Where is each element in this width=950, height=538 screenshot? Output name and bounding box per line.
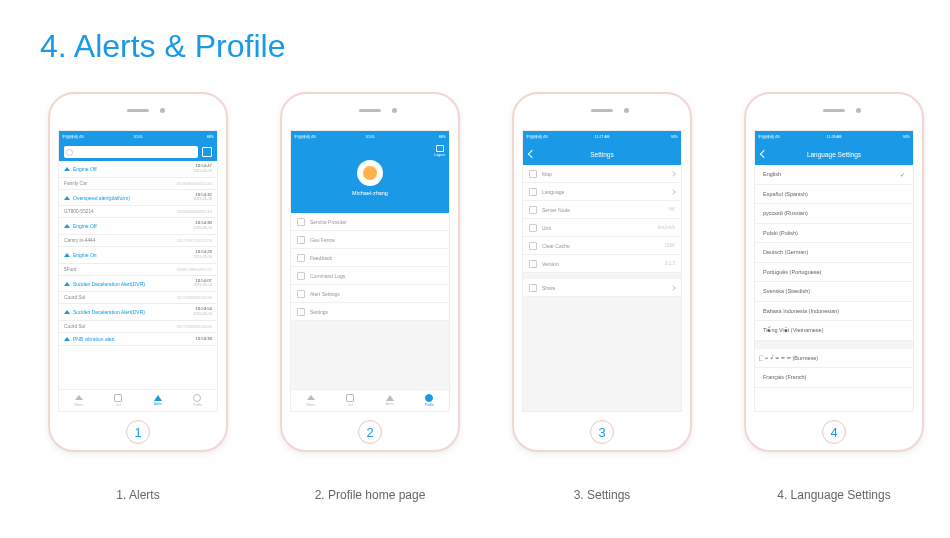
- settings-row[interactable]: Language: [523, 183, 681, 201]
- phone-alerts: 中国移动 4G 10:55 88% Engine Off10:54:472019…: [48, 92, 228, 452]
- row-label: Map: [542, 171, 552, 177]
- home-button[interactable]: 1: [126, 420, 150, 444]
- language-header: Language Settings: [755, 143, 913, 165]
- profile-row[interactable]: Alert Settings: [291, 285, 449, 303]
- row-label: Settings: [310, 309, 328, 315]
- device-name: Camry in-4444: [64, 238, 95, 243]
- home-button[interactable]: 4: [822, 420, 846, 444]
- tab-bar: Home List Alerts Profile: [59, 389, 217, 411]
- logout-button[interactable]: Logout: [434, 145, 445, 157]
- avatar[interactable]: [357, 160, 383, 186]
- tab-profile[interactable]: Profile: [410, 390, 450, 411]
- language-row[interactable]: မြန်မာဘာသာ (Burmese): [755, 349, 913, 369]
- tab-label: Home: [306, 403, 315, 407]
- tab-list[interactable]: List: [99, 390, 139, 411]
- settings-row[interactable]: Share: [523, 279, 681, 297]
- language-label: Tiếng Việt (Vietnamese): [763, 327, 823, 333]
- settings-header: Settings: [523, 143, 681, 165]
- captions: 1. Alerts 2. Profile home page 3. Settin…: [48, 488, 928, 502]
- warning-icon: [64, 224, 70, 228]
- phone-camera: [624, 108, 629, 113]
- language-row[interactable]: English✓: [755, 165, 913, 185]
- alert-icon: [386, 395, 394, 401]
- language-label: Bahasa Indonesia (Indonesian): [763, 308, 839, 314]
- home-button[interactable]: 2: [358, 420, 382, 444]
- profile-row[interactable]: Command Logs: [291, 267, 449, 285]
- language-row[interactable]: Español (Spanish): [755, 185, 913, 205]
- battery: 88%: [207, 135, 214, 139]
- tab-label: Profile: [193, 403, 202, 407]
- profile-row[interactable]: Service Provider: [291, 213, 449, 231]
- calendar-icon[interactable]: [202, 147, 212, 157]
- alert-row[interactable]: Sudden Deceleration Alert(DVR)10:54:0720…: [59, 276, 217, 293]
- phone-number: 3: [598, 425, 605, 440]
- status-time: 10:55: [366, 135, 375, 139]
- language-label: Deutsch (German): [763, 249, 808, 255]
- tab-alerts[interactable]: Alerts: [370, 390, 410, 411]
- carrier: 中国移动 4G: [758, 135, 780, 139]
- profile-row[interactable]: Geo Fence: [291, 231, 449, 249]
- tab-label: Profile: [425, 403, 434, 407]
- settings-row[interactable]: Unitkm,km/h: [523, 219, 681, 237]
- tab-profile[interactable]: Profile: [178, 390, 218, 411]
- phone-speaker: [359, 109, 381, 112]
- phone-profile: 中国移动 4G 10:55 88% Logout Michael-zhang S…: [280, 92, 460, 452]
- alert-row[interactable]: Engine Off10:54:302019-05-10: [59, 218, 217, 235]
- settings-row[interactable]: Version3.2.3: [523, 255, 681, 273]
- back-icon[interactable]: [528, 150, 536, 158]
- device-id: 3510080080005214: [176, 209, 212, 214]
- language-row[interactable]: Bahasa Indonesia (Indonesian): [755, 302, 913, 322]
- device-name: Family Car: [64, 181, 87, 186]
- search-input[interactable]: [64, 146, 198, 158]
- alert-row[interactable]: PNB vibration alert10:53:33: [59, 333, 217, 346]
- language-list: English✓Español (Spanish)русский (Russia…: [755, 165, 913, 411]
- alert-row[interactable]: Engine On10:54:292019-05-10: [59, 247, 217, 264]
- profile-row[interactable]: Feedback: [291, 249, 449, 267]
- row-icon: [529, 206, 537, 214]
- settings-row[interactable]: Clear Cache166K: [523, 237, 681, 255]
- status-bar: 中国移动 4G 10:55 88%: [59, 131, 217, 143]
- status-bar: 中国移动 4G 11:27 AM 93%: [523, 131, 681, 143]
- language-row[interactable]: русский (Russian): [755, 204, 913, 224]
- chevron-right-icon: [670, 189, 676, 195]
- language-row[interactable]: Português (Portuguese): [755, 263, 913, 283]
- language-row[interactable]: Polski (Polish): [755, 224, 913, 244]
- alert-row[interactable]: Engine Off10:54:472019-05-10: [59, 161, 217, 178]
- tab-home[interactable]: Home: [291, 390, 331, 411]
- chevron-right-icon: [670, 171, 676, 177]
- row-label: Clear Cache: [542, 243, 570, 249]
- settings-row[interactable]: Map: [523, 165, 681, 183]
- settings-row[interactable]: Server NodeHK: [523, 201, 681, 219]
- alert-time: 10:53:33: [195, 337, 212, 342]
- alert-row[interactable]: Sudden Deceleration Alert(DVR)10:53:5420…: [59, 304, 217, 321]
- profile-row[interactable]: Settings: [291, 303, 449, 321]
- back-icon[interactable]: [760, 150, 768, 158]
- tab-alerts[interactable]: Alerts: [138, 390, 178, 411]
- row-label: Service Provider: [310, 219, 347, 225]
- header-title: Settings: [590, 151, 614, 158]
- device-name: Coord Sul: [64, 324, 85, 329]
- alert-icon: [154, 395, 162, 401]
- alert-row[interactable]: Overspeed alert(platform)10:54:322019-05…: [59, 190, 217, 207]
- language-row[interactable]: Tiếng Việt (Vietnamese): [755, 321, 913, 341]
- language-row[interactable]: Français (French): [755, 368, 913, 388]
- tab-list[interactable]: List: [331, 390, 371, 411]
- warning-icon: [64, 253, 70, 257]
- device-id: 3577330980126483: [176, 295, 212, 300]
- home-icon: [307, 395, 315, 400]
- tab-home[interactable]: Home: [59, 390, 99, 411]
- language-row[interactable]: Svenska (Swedish): [755, 282, 913, 302]
- home-button[interactable]: 3: [590, 420, 614, 444]
- alert-time: 10:54:302019-05-10: [194, 221, 212, 231]
- avatar-icon: [363, 166, 377, 180]
- caption-4: 4. Language Settings: [744, 488, 924, 502]
- status-time: 11:28 AM: [826, 135, 841, 139]
- list-icon: [346, 394, 354, 402]
- row-icon: [297, 236, 305, 244]
- language-row[interactable]: Deutsch (German): [755, 243, 913, 263]
- device-id: 3518080080052434: [176, 181, 212, 186]
- alert-time: 10:53:542019-05-10: [194, 307, 212, 317]
- phone-camera: [856, 108, 861, 113]
- profile-header: Logout Michael-zhang: [291, 143, 449, 213]
- language-label: Svenska (Swedish): [763, 288, 810, 294]
